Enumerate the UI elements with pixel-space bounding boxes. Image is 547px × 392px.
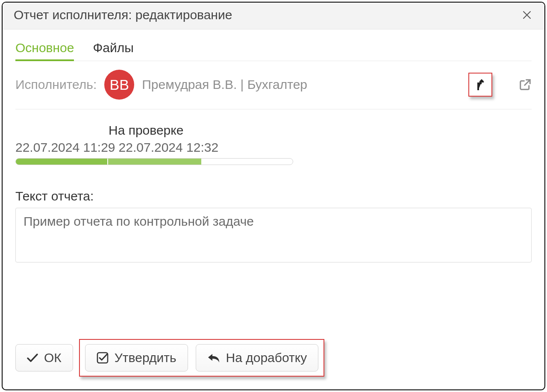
progress-bar bbox=[15, 158, 293, 165]
external-link-icon bbox=[519, 78, 532, 91]
approve-button[interactable]: Утвердить bbox=[85, 344, 188, 371]
tab-files[interactable]: Файлы bbox=[93, 38, 133, 61]
modal-dialog: Отчет исполнителя: редактирование Основн… bbox=[2, 2, 545, 390]
avatar: ВВ bbox=[104, 70, 134, 100]
status-date-end: 22.07.2024 12:32 bbox=[119, 140, 219, 155]
revise-button[interactable]: На доработку bbox=[196, 344, 319, 371]
ok-button[interactable]: ОК bbox=[15, 344, 73, 371]
executor-name: Премудрая В.В. | Бухгалтер bbox=[142, 77, 307, 92]
close-button[interactable] bbox=[521, 9, 533, 21]
tabs: Основное Файлы bbox=[15, 38, 532, 61]
tab-main[interactable]: Основное bbox=[15, 38, 74, 61]
arrow-up-right-icon bbox=[475, 78, 486, 91]
check-icon bbox=[27, 353, 38, 363]
report-label: Текст отчета: bbox=[15, 189, 532, 203]
progress-segment-1 bbox=[16, 159, 107, 165]
ok-button-label: ОК bbox=[44, 351, 62, 365]
checkbox-checked-icon bbox=[97, 352, 109, 364]
progress-divider bbox=[107, 159, 108, 165]
executor-row: Исполнитель: ВВ Премудрая В.В. | Бухгалт… bbox=[15, 61, 532, 109]
status-dates: 22.07.2024 11:29 22.07.2024 12:32 bbox=[15, 140, 532, 155]
revise-button-label: На доработку bbox=[226, 351, 307, 365]
progress-segment-2 bbox=[107, 159, 201, 165]
approve-button-label: Утвердить bbox=[115, 351, 176, 365]
modal-body: Основное Файлы Исполнитель: ВВ Премудрая… bbox=[3, 29, 544, 330]
escalate-button[interactable] bbox=[468, 73, 492, 97]
status-label: На проверке bbox=[109, 123, 183, 138]
status-block: На проверке 22.07.2024 11:29 22.07.2024 … bbox=[15, 109, 532, 165]
modal-header: Отчет исполнителя: редактирование bbox=[3, 3, 544, 29]
report-textarea[interactable] bbox=[15, 208, 532, 262]
reply-icon bbox=[207, 352, 220, 363]
footer: ОК Утвердить На доработку bbox=[3, 330, 544, 389]
executor-label: Исполнитель: bbox=[15, 77, 97, 92]
status-date-start: 22.07.2024 11:29 bbox=[15, 140, 115, 155]
close-icon bbox=[522, 10, 532, 20]
decision-button-group: Утвердить На доработку bbox=[79, 339, 324, 377]
modal-title: Отчет исполнителя: редактирование bbox=[14, 8, 232, 22]
open-external-button[interactable] bbox=[519, 78, 532, 91]
